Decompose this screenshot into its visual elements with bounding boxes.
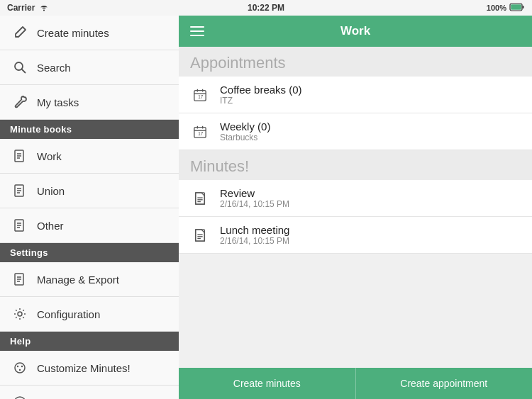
svg-text:17: 17 (198, 94, 204, 99)
bottom-toolbar: Create minutes Create appointment (179, 368, 532, 399)
status-left: Carrier (7, 2, 49, 14)
minute-item-0[interactable]: Review 2/16/14, 10:15 PM (179, 180, 532, 217)
appointment-item-0[interactable]: 17 Coffee breaks (0) ITZ (179, 77, 532, 113)
carrier-label: Carrier (7, 3, 35, 13)
create-appointment-button[interactable]: Create appointment (356, 368, 533, 399)
svg-point-25 (19, 369, 21, 371)
sidebar-item-manage-export[interactable]: Manage & Export (0, 262, 179, 297)
appointment-text-0: Coffee breaks (0) ITZ (220, 84, 302, 106)
appointments-header: Appointments (179, 47, 532, 77)
minute-sub-0: 2/16/14, 10:15 PM (220, 199, 289, 209)
book-icon-other (11, 217, 28, 234)
gear-icon (11, 305, 28, 322)
other-label: Other (37, 220, 64, 232)
sidebar-item-support[interactable]: Support (0, 386, 179, 399)
create-minutes-button[interactable]: Create minutes (179, 368, 356, 399)
status-bar: Carrier 10:22 PM 100% (0, 0, 532, 16)
palette-icon (11, 359, 28, 376)
minute-text-1: Lunch meeting 2/16/14, 10:15 PM (220, 224, 289, 246)
sidebar: Create minutes Search My tasks Minute bo… (0, 16, 179, 399)
appointment-sub-0: ITZ (220, 96, 302, 106)
main-title: Work (216, 24, 495, 38)
support-label: Support (37, 397, 74, 400)
status-right: 100% (487, 3, 525, 13)
work-label: Work (37, 150, 62, 162)
book-icon-union (11, 182, 28, 199)
doc-icon-1 (190, 225, 210, 245)
my-tasks-label: My tasks (37, 96, 79, 108)
appointment-title-0: Coffee breaks (0) (220, 84, 302, 96)
customize-label: Customize Minutes! (37, 362, 131, 374)
search-label: Search (37, 62, 71, 74)
svg-point-21 (18, 312, 22, 316)
main-panel: Work Appointments 17 Coffee breaks (0) (179, 16, 532, 399)
manage-icon (11, 271, 28, 288)
sidebar-item-other[interactable]: Other (0, 208, 179, 243)
sidebar-item-configuration[interactable]: Configuration (0, 297, 179, 332)
sidebar-item-search[interactable]: Search (0, 50, 179, 85)
app-container: Create minutes Search My tasks Minute bo… (0, 16, 532, 399)
svg-point-24 (21, 366, 23, 367)
svg-rect-2 (523, 6, 524, 9)
manage-export-label: Manage & Export (37, 274, 119, 286)
svg-point-23 (17, 366, 18, 367)
calendar-icon-0: 17 (190, 85, 210, 105)
minute-title-0: Review (220, 187, 289, 199)
svg-rect-1 (511, 4, 521, 10)
book-icon-work (11, 147, 28, 164)
doc-icon-0 (190, 189, 210, 208)
battery-label: 100% (487, 4, 506, 12)
sidebar-item-customize[interactable]: Customize Minutes! (0, 351, 179, 386)
svg-line-4 (22, 69, 26, 74)
minute-text-0: Review 2/16/14, 10:15 PM (220, 187, 289, 209)
search-icon (11, 59, 28, 76)
wrench-icon (11, 94, 28, 111)
union-label: Union (37, 185, 65, 197)
appointment-sub-1: Starbucks (220, 133, 270, 142)
settings-header: Settings (0, 243, 179, 262)
minutes-header: Minutes! (179, 150, 532, 180)
wifi-icon (39, 2, 49, 14)
sidebar-item-create-minutes[interactable]: Create minutes (0, 16, 179, 50)
main-content: Appointments 17 Coffee breaks (0) ITZ (179, 47, 532, 368)
configuration-label: Configuration (37, 308, 100, 320)
appointment-title-1: Weekly (0) (220, 120, 270, 133)
battery-icon (509, 3, 525, 13)
create-minutes-label: Create minutes (37, 27, 109, 39)
main-header: Work (179, 16, 532, 47)
minute-sub-1: 2/16/14, 10:15 PM (220, 236, 289, 246)
svg-point-3 (15, 62, 23, 70)
appointment-text-1: Weekly (0) Starbucks (220, 120, 270, 142)
minute-title-1: Lunch meeting (220, 224, 289, 236)
question-icon (11, 394, 28, 399)
status-time: 10:22 PM (248, 3, 284, 13)
minute-item-1[interactable]: Lunch meeting 2/16/14, 10:15 PM (179, 217, 532, 254)
sidebar-item-union[interactable]: Union (0, 174, 179, 208)
svg-text:17: 17 (198, 131, 204, 136)
sidebar-item-work[interactable]: Work (0, 139, 179, 174)
sidebar-item-my-tasks[interactable]: My tasks (0, 85, 179, 120)
help-header: Help (0, 332, 179, 351)
appointment-item-1[interactable]: 17 Weekly (0) Starbucks (179, 113, 532, 150)
calendar-icon-1: 17 (190, 122, 210, 142)
hamburger-icon[interactable] (190, 26, 204, 36)
minute-books-header: Minute books (0, 120, 179, 139)
svg-point-22 (15, 363, 25, 373)
pencil-icon (11, 24, 28, 41)
